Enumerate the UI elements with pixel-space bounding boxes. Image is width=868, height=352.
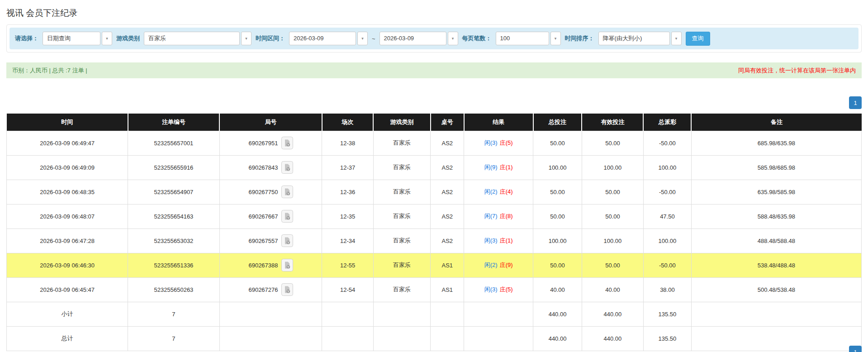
summary-valid-bet-cell: 440.00 xyxy=(582,326,643,351)
banker-result: 庄(4) xyxy=(500,188,513,195)
remark-cell: 538.48/488.48 xyxy=(691,253,861,277)
time-cell: 2026-03-09 06:45:47 xyxy=(7,277,128,302)
summary-empty-cell xyxy=(373,326,431,351)
time-cell: 2026-03-09 06:46:30 xyxy=(7,253,128,277)
table-no-cell: AS2 xyxy=(431,180,464,204)
summary-empty-cell xyxy=(431,326,464,351)
total-bet-cell[interactable]: 50.00 xyxy=(533,204,582,228)
header-total-bet: 总投注 xyxy=(533,114,582,131)
round-id-value: 690267667 xyxy=(248,213,278,220)
summary-payout-cell: 135.50 xyxy=(643,302,691,326)
table-no-cell: AS2 xyxy=(431,228,464,253)
page-size-label: 每页笔数： xyxy=(462,34,492,43)
video-replay-icon[interactable] xyxy=(281,186,293,198)
video-replay-icon[interactable] xyxy=(281,259,293,271)
summary-bar: 币别：人民币 | 总共 :7 注单 | 同局有效投注，统一计算在该局第一张注单内 xyxy=(6,62,862,78)
round-id-value: 690267750 xyxy=(248,189,278,195)
payout-cell: 100.00 xyxy=(643,155,691,180)
remark-cell: 685.98/635.98 xyxy=(691,131,861,155)
chevron-down-icon[interactable]: ▾ xyxy=(241,32,251,45)
table-no-cell: AS2 xyxy=(431,204,464,228)
summary-empty-cell xyxy=(322,302,373,326)
bet-id-cell: 523255654907 xyxy=(128,180,219,204)
page-size-value[interactable]: 100 xyxy=(496,32,549,45)
bet-id-cell: 523255650263 xyxy=(128,277,219,302)
header-result: 结果 xyxy=(464,114,533,131)
summary-empty-cell xyxy=(322,326,373,351)
chevron-down-icon[interactable]: ▾ xyxy=(671,32,682,45)
round-id-value: 690267557 xyxy=(248,238,278,244)
table-no-cell: AS1 xyxy=(431,253,464,277)
valid-bet-cell: 50.00 xyxy=(582,131,643,155)
round-id-cell: 690267667 xyxy=(219,204,322,228)
time-range-label: 时间区间： xyxy=(256,34,285,43)
bet-id-cell: 523255651336 xyxy=(128,253,219,277)
banker-result: 庄(1) xyxy=(500,164,513,171)
round-id-value: 690267951 xyxy=(248,140,278,147)
table-row: 2026-03-09 06:45:47523255650263690267276… xyxy=(7,277,862,302)
header-game-type: 游戏类别 xyxy=(373,114,431,131)
summary-empty-cell xyxy=(373,302,431,326)
total-bet-cell[interactable]: 50.00 xyxy=(533,253,582,277)
remark-cell: 500.48/538.48 xyxy=(691,277,861,302)
payout-cell: -50.00 xyxy=(643,131,691,155)
player-result: 闲(9) xyxy=(484,164,498,171)
table-row: 2026-03-09 06:49:09523255655916690267843… xyxy=(7,155,862,180)
payout-cell: -50.00 xyxy=(643,253,691,277)
video-replay-icon[interactable] xyxy=(281,283,293,296)
summary-empty-cell xyxy=(219,302,322,326)
page-button-1[interactable]: 1 xyxy=(849,96,862,109)
query-type-value[interactable]: 日期查询 xyxy=(43,32,100,45)
chevron-down-icon[interactable]: ▾ xyxy=(550,32,561,45)
round-id-cell: 690267557 xyxy=(219,228,322,253)
player-result: 闲(2) xyxy=(484,262,498,268)
game-type-cell: 百家乐 xyxy=(373,131,431,155)
round-id-value: 690267388 xyxy=(248,262,278,269)
query-type-select[interactable]: 日期查询 ▾ xyxy=(43,32,112,45)
sort-order-value[interactable]: 降幂(由大到小) xyxy=(598,32,670,45)
total-bet-cell[interactable]: 50.00 xyxy=(533,180,582,204)
chevron-down-icon[interactable]: ▾ xyxy=(357,32,368,45)
video-replay-icon[interactable] xyxy=(281,161,293,174)
date-from-input[interactable]: 2026-03-09 ▾ xyxy=(289,32,368,45)
page-size-select[interactable]: 100 ▾ xyxy=(496,32,561,45)
total-bet-cell[interactable]: 100.00 xyxy=(533,155,582,180)
video-replay-icon[interactable] xyxy=(281,210,293,223)
summary-valid-bet-cell: 440.00 xyxy=(582,302,643,326)
game-type-cell: 百家乐 xyxy=(373,180,431,204)
video-replay-icon[interactable] xyxy=(281,137,293,149)
table-no-cell: AS2 xyxy=(431,155,464,180)
filter-bar: 请选择： 日期查询 ▾ 游戏类别 百家乐 ▾ 时间区间： 2026-03-09 … xyxy=(9,28,859,49)
game-type-value[interactable]: 百家乐 xyxy=(144,32,240,45)
total-bet-cell[interactable]: 100.00 xyxy=(533,228,582,253)
remark-cell: 488.48/588.48 xyxy=(691,228,861,253)
valid-bet-cell: 40.00 xyxy=(582,277,643,302)
sort-order-select[interactable]: 降幂(由大到小) ▾ xyxy=(598,32,682,45)
result-cell: 闲(7)庄(8) xyxy=(464,204,533,228)
round-id-value: 690267843 xyxy=(248,164,278,171)
total-bet-cell[interactable]: 50.00 xyxy=(533,131,582,155)
summary-empty-cell xyxy=(431,302,464,326)
chevron-down-icon[interactable]: ▾ xyxy=(102,32,112,45)
sort-order-label: 时间排序： xyxy=(565,34,594,43)
bet-id-cell: 523255653032 xyxy=(128,228,219,253)
header-table-no: 桌号 xyxy=(431,114,464,131)
table-no-cell: AS2 xyxy=(431,131,464,155)
round-id-cell: 690267750 xyxy=(219,180,322,204)
remark-cell: 585.98/685.98 xyxy=(691,155,861,180)
video-replay-icon[interactable] xyxy=(281,234,293,247)
date-to-value[interactable]: 2026-03-09 xyxy=(379,32,446,45)
round-id-cell: 690267951 xyxy=(219,131,322,155)
banker-result: 庄(1) xyxy=(500,237,513,244)
page-button-1[interactable]: 1 xyxy=(849,346,862,352)
total-bet-cell[interactable]: 40.00 xyxy=(533,277,582,302)
payout-cell: 100.00 xyxy=(643,228,691,253)
chevron-down-icon[interactable]: ▾ xyxy=(448,32,458,45)
date-to-input[interactable]: 2026-03-09 ▾ xyxy=(379,32,458,45)
search-button[interactable]: 查询 xyxy=(686,32,710,46)
game-type-select[interactable]: 百家乐 ▾ xyxy=(144,32,251,45)
player-result: 闲(3) xyxy=(484,286,498,293)
date-from-value[interactable]: 2026-03-09 xyxy=(289,32,356,45)
game-type-cell: 百家乐 xyxy=(373,155,431,180)
player-result: 闲(2) xyxy=(484,188,498,195)
